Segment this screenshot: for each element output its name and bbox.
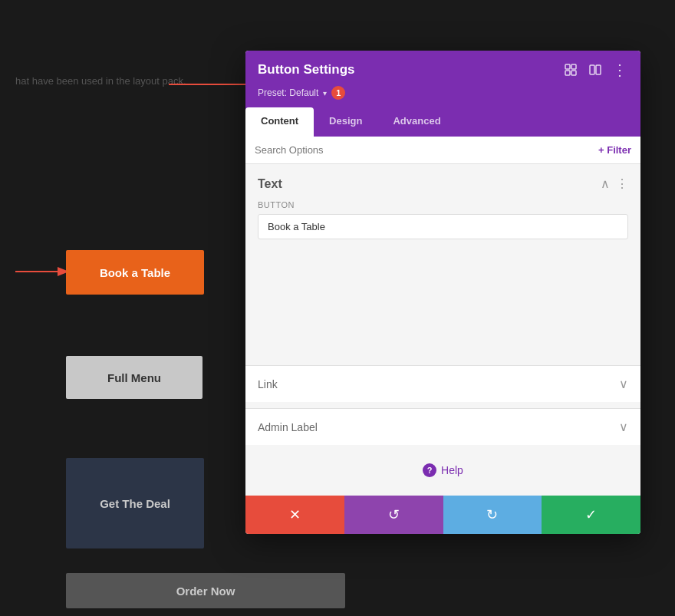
preset-chevron: ▾ [323, 89, 327, 97]
button-field-label: Button [258, 200, 628, 209]
filter-button[interactable]: + Filter [598, 144, 631, 156]
more-icon[interactable]: ⋮ [611, 61, 628, 78]
order-now-button[interactable]: Order Now [66, 573, 345, 608]
collapse-icon[interactable]: ∧ [601, 176, 610, 191]
panel-body: + Filter Text ∧ ⋮ Button [245, 137, 640, 496]
expand-icon[interactable] [562, 61, 579, 78]
svg-rect-6 [565, 71, 570, 75]
help-area[interactable]: ? Help [245, 445, 640, 496]
tab-advanced[interactable]: Advanced [377, 107, 456, 137]
tab-design[interactable]: Design [314, 107, 377, 137]
admin-label-section[interactable]: Admin Label ∨ [245, 408, 640, 445]
button-field-group: Button [258, 200, 628, 239]
columns-icon[interactable] [587, 61, 604, 78]
svg-rect-9 [596, 65, 601, 74]
preset-row: Preset: Default ▾ 1 [258, 86, 628, 100]
admin-label-title: Admin Label [258, 421, 318, 433]
panel-tabs: Content Design Advanced [245, 107, 640, 137]
confirm-button[interactable]: ✓ [542, 496, 640, 534]
text-section: Text ∧ ⋮ Button [258, 176, 628, 239]
section-more-icon[interactable]: ⋮ [616, 176, 628, 191]
panel-footer: ✕ ↺ ↻ ✓ [245, 496, 640, 534]
preset-label: Preset: Default [258, 87, 318, 98]
get-deal-button[interactable]: Get The Deal [66, 458, 204, 548]
link-chevron: ∨ [619, 377, 628, 391]
full-menu-button[interactable]: Full Menu [66, 356, 202, 399]
settings-panel: Button Settings ⋮ [245, 51, 640, 534]
panel-title: Button Settings [258, 62, 355, 77]
svg-rect-7 [571, 71, 576, 75]
search-input[interactable] [255, 144, 598, 156]
svg-rect-5 [571, 64, 576, 69]
content-area: Text ∧ ⋮ Button [245, 164, 640, 359]
tab-content[interactable]: Content [245, 107, 314, 137]
book-table-button[interactable]: Book a Table [66, 250, 204, 295]
text-section-title: Text [258, 177, 282, 191]
preset-badge: 1 [331, 86, 345, 100]
help-icon: ? [423, 463, 436, 477]
cancel-button[interactable]: ✕ [245, 496, 344, 534]
admin-label-chevron: ∨ [619, 420, 628, 434]
arrow-button [15, 264, 69, 283]
svg-rect-4 [565, 64, 570, 69]
link-title: Link [258, 378, 278, 390]
panel-header: Button Settings ⋮ [245, 51, 640, 107]
svg-rect-8 [590, 65, 594, 74]
undo-button[interactable]: ↺ [344, 496, 443, 534]
link-section[interactable]: Link ∨ [245, 365, 640, 402]
panel-header-icons: ⋮ [562, 61, 628, 78]
help-label: Help [441, 464, 463, 476]
search-bar: + Filter [245, 137, 640, 164]
button-field-input[interactable] [258, 214, 628, 239]
redo-button[interactable]: ↻ [443, 496, 542, 534]
